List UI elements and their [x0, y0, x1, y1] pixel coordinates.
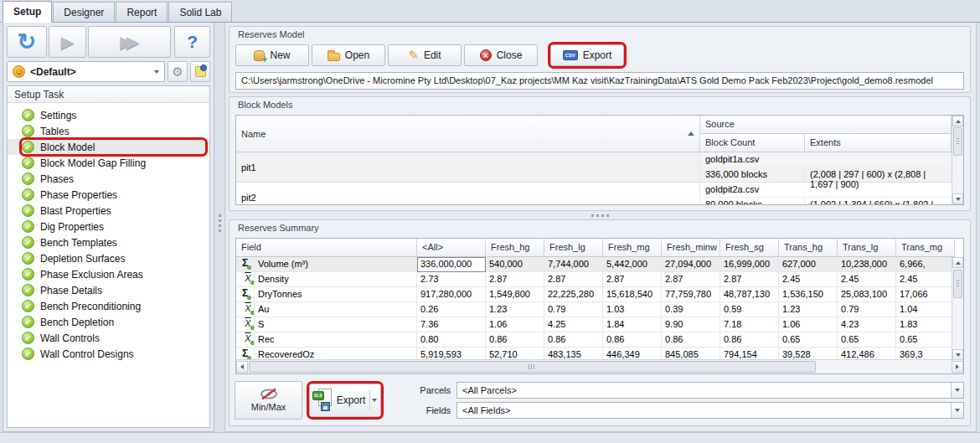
new-button-label: New: [270, 49, 290, 61]
new-button[interactable]: New: [235, 44, 309, 66]
fields-select[interactable]: <All Fields>: [456, 402, 964, 419]
run-all-button[interactable]: [88, 26, 171, 58]
check-icon: [22, 316, 34, 328]
sidebar-toolbar: [7, 26, 210, 58]
summary-row-density[interactable]: Density2.732.872.872.872.872.872.452.452…: [236, 272, 952, 287]
summary-row-au[interactable]: Au0.261.230.791.030.390.591.230.791.04: [236, 302, 952, 317]
block-model-count: 336,000 blocks: [700, 167, 805, 183]
minmax-toggle-button[interactable]: Min/Max: [235, 381, 302, 420]
summary-value-cell: 1.83: [896, 317, 952, 332]
scroll-right-button[interactable]: [952, 361, 963, 373]
export-dropdown-caret[interactable]: [369, 390, 378, 410]
summary-value-cell: 446,349: [603, 348, 662, 360]
summary-value-cell: 15,618,540: [603, 287, 662, 302]
column-header-name[interactable]: Name: [236, 116, 700, 152]
horizontal-splitter[interactable]: [229, 212, 971, 219]
summary-row-volume-m[interactable]: Volume (m³)336,000,000540,0007,744,0005,…: [236, 257, 952, 272]
summary-column-header-trans-lg[interactable]: Trans_lg: [838, 239, 896, 257]
scrollbar-thumb[interactable]: [953, 127, 962, 156]
sidebar-item-phases[interactable]: Phases: [8, 171, 209, 187]
summary-row-rec[interactable]: Rec0.800.860.860.860.860.860.650.650.65: [236, 332, 952, 348]
summary-export-button[interactable]: Export: [309, 384, 381, 417]
sidebar-item-block-model-gap-filling[interactable]: Block Model Gap Filling: [8, 155, 209, 171]
summary-column-header-fresh-mg[interactable]: Fresh_mg: [603, 239, 662, 257]
summary-column-header-field[interactable]: Field: [236, 239, 417, 257]
model-export-button[interactable]: Export: [550, 44, 624, 66]
sidebar-item-bench-preconditioning[interactable]: Bench Preconditioning: [8, 298, 209, 314]
sidebar-item-dig-properties[interactable]: Dig Properties: [8, 219, 209, 234]
open-button[interactable]: Open: [312, 44, 385, 66]
summary-column-header-fresh-minw[interactable]: Fresh_minw: [662, 239, 720, 257]
summary-column-header-fresh-hg[interactable]: Fresh_hg: [486, 239, 544, 257]
block-model-row-pit1[interactable]: pit1goldpit1a.csv336,000 blocks(2,008 | …: [236, 152, 952, 183]
column-header-source[interactable]: Source: [700, 116, 952, 134]
tab-setup[interactable]: Setup: [3, 1, 52, 23]
setup-task-list: SettingsTablesBlock ModelBlock Model Gap…: [8, 103, 209, 362]
summary-column-header-fresh-lg[interactable]: Fresh_lg: [544, 239, 603, 257]
parcels-select[interactable]: <All Parcels>: [456, 382, 964, 399]
sidebar-item-phase-details[interactable]: Phase Details: [8, 282, 209, 298]
sidebar-item-blast-properties[interactable]: Blast Properties: [8, 203, 209, 219]
scroll-down-button[interactable]: [952, 193, 963, 204]
sidebar-item-wall-control-designs[interactable]: Wall Control Designs: [8, 346, 209, 362]
sidebar-item-phase-properties[interactable]: Phase Properties: [8, 187, 209, 203]
settings-gear-button[interactable]: [168, 61, 188, 82]
fields-dropdown-button[interactable]: [951, 403, 963, 418]
tab-solid-lab[interactable]: Solid Lab: [168, 2, 232, 22]
help-button[interactable]: [174, 26, 210, 58]
summary-value-cell: 48,787,130: [720, 287, 779, 302]
gear-icon: [172, 64, 183, 80]
sidebar-item-label: Dig Properties: [40, 221, 104, 233]
sidebar-item-settings[interactable]: Settings: [8, 107, 209, 123]
scrollbar-thumb[interactable]: [953, 270, 962, 298]
summary-value-cell: 0.26: [417, 302, 486, 317]
summary-row-recoveredoz[interactable]: RecoveredOz5,919,59352,710483,135446,349…: [236, 348, 952, 360]
refresh-button[interactable]: [7, 26, 47, 58]
summary-row-s[interactable]: S7.361.064.251.849.907.181.064.231.83: [236, 317, 952, 332]
sidebar-item-depletion-surfaces[interactable]: Depletion Surfaces: [8, 250, 209, 266]
summary-column-header-trans-hg[interactable]: Trans_hg: [779, 239, 838, 257]
sidebar-item-block-model[interactable]: Block Model: [8, 139, 209, 155]
sidebar-item-bench-templates[interactable]: Bench Templates: [8, 234, 209, 250]
close-button[interactable]: Close: [464, 44, 538, 66]
edit-button[interactable]: Edit: [388, 44, 462, 66]
summary-value-cell: 27,094,000: [662, 257, 720, 272]
summary-value-cell: 10,238,000: [838, 257, 896, 272]
block-model-row-pit2[interactable]: pit2goldpit2a.csv80,000 blocks(1,002 | 1…: [236, 183, 952, 205]
summary-value-cell: 2.73: [417, 272, 486, 287]
summary-column-header-trans-mg[interactable]: Trans_mg: [896, 239, 955, 257]
mean-icon: [245, 273, 250, 284]
scroll-up-button[interactable]: [952, 257, 963, 268]
block-model-count: 80,000 blocks: [700, 198, 805, 205]
parcels-dropdown-button[interactable]: [951, 383, 963, 398]
reserves-summary-title: Reserves Summary: [238, 223, 319, 233]
column-header-block-count[interactable]: Block Count: [700, 134, 805, 152]
scroll-up-button[interactable]: [952, 116, 963, 126]
notes-button[interactable]: [190, 61, 210, 82]
summary-field-name: DryTonnes: [255, 287, 417, 302]
summary-export-label: Export: [337, 394, 366, 406]
edit-button-label: Edit: [424, 49, 441, 61]
summary-hscrollbar[interactable]: [236, 359, 963, 373]
summary-value-cell: 5,442,000: [603, 257, 662, 272]
sidebar-item-bench-depletion[interactable]: Bench Depletion: [8, 314, 209, 330]
scroll-left-button[interactable]: [236, 361, 248, 373]
column-header-extents[interactable]: Extents: [805, 134, 952, 152]
summary-column-header-all[interactable]: <All>: [417, 239, 486, 257]
run-button[interactable]: [49, 26, 87, 58]
summary-value-cell: 1.03: [603, 302, 662, 317]
vertical-splitter[interactable]: [214, 23, 224, 432]
tab-designer[interactable]: Designer: [53, 2, 115, 22]
summary-vscrollbar[interactable]: [952, 257, 963, 360]
block-models-scrollbar[interactable]: [952, 116, 963, 204]
scrollbar-thumb[interactable]: [249, 361, 816, 373]
sidebar-item-wall-controls[interactable]: Wall Controls: [8, 330, 209, 346]
tab-report[interactable]: Report: [116, 2, 168, 22]
profile-select[interactable]: <Default>: [7, 61, 165, 82]
sidebar-item-phase-exclusion-areas[interactable]: Phase Exclusion Areas: [8, 266, 209, 282]
model-path-field[interactable]: C:\Users\jarmstrong\OneDrive - Micromine…: [235, 72, 964, 90]
sidebar-item-tables[interactable]: Tables: [8, 123, 209, 139]
summary-column-header-fresh-sg[interactable]: Fresh_sg: [720, 239, 779, 257]
fast-forward-icon: [120, 32, 139, 52]
summary-row-drytonnes[interactable]: DryTonnes917,280,0001,549,80022,225,2801…: [236, 287, 952, 302]
